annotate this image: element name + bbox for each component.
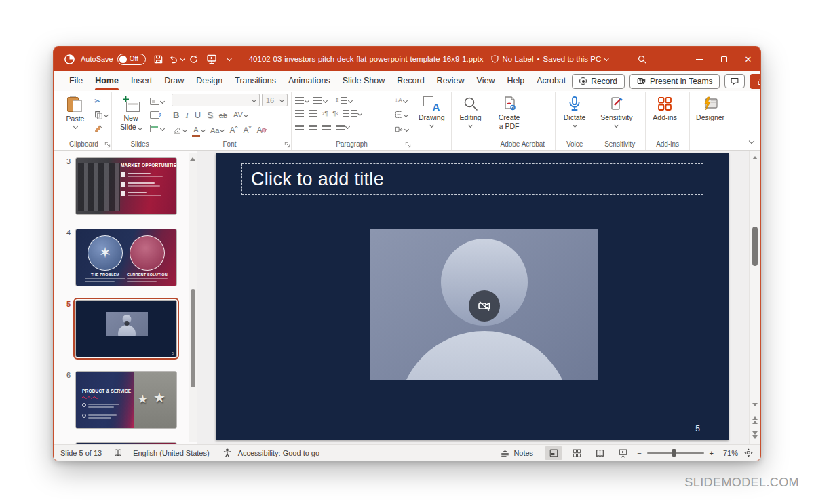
record-button[interactable]: Record (572, 74, 625, 89)
save-icon[interactable] (150, 49, 168, 69)
tab-record[interactable]: Record (391, 72, 430, 90)
slide-layout-button[interactable] (150, 96, 164, 106)
drawing-button[interactable]: A Drawing (416, 94, 448, 127)
align-right-button[interactable] (322, 121, 331, 132)
clipboard-dialog-launcher[interactable] (104, 142, 111, 148)
increase-font-size-button[interactable]: Aˆ (229, 125, 237, 136)
zoom-out-button[interactable]: − (637, 449, 641, 457)
slide-4-thumbnail[interactable]: ✶ THE PROBLEM CURRENT SOLUTION (75, 229, 177, 286)
tab-insert[interactable]: Insert (125, 72, 158, 90)
cut-button[interactable]: ✂ (94, 96, 108, 106)
tab-design[interactable]: Design (190, 72, 229, 90)
redo-icon[interactable] (185, 49, 203, 69)
italic-button[interactable]: I (185, 110, 188, 121)
decrease-font-size-button[interactable]: Aˇ (243, 125, 251, 136)
scrollbar-thumb[interactable] (191, 289, 195, 387)
share-button[interactable]: Share (750, 74, 761, 89)
create-pdf-button[interactable]: Createa PDF (494, 94, 525, 130)
present-in-teams-button[interactable]: Present in Teams (629, 74, 720, 89)
character-spacing-button[interactable]: AV (233, 110, 248, 121)
maximize-button[interactable] (712, 47, 736, 71)
quick-access-overflow-chevron[interactable] (220, 49, 238, 69)
document-filename[interactable]: 40102-03-investors-pitch-deck-flat-power… (249, 55, 484, 63)
numbering-button[interactable] (313, 95, 327, 106)
align-text-button[interactable] (395, 109, 408, 120)
font-name-combobox[interactable] (172, 94, 260, 106)
comments-button[interactable] (724, 74, 745, 88)
tab-draw[interactable]: Draw (158, 72, 190, 90)
reading-view-button[interactable] (591, 446, 608, 460)
cameo-image-placeholder[interactable] (370, 229, 598, 380)
justify-button[interactable] (336, 121, 349, 132)
tab-view[interactable]: View (471, 72, 501, 90)
paste-button[interactable]: Paste (60, 94, 91, 128)
strikethrough-button[interactable]: ab (219, 111, 227, 119)
scroll-down-arrow[interactable] (752, 403, 758, 406)
accessibility-icon[interactable] (222, 448, 232, 458)
reset-slide-button[interactable]: ↺ (150, 109, 164, 120)
dictate-button[interactable]: Dictate (559, 94, 590, 127)
spell-check-icon[interactable] (113, 448, 123, 457)
rtl-direction-button[interactable]: ¶‹ (332, 108, 338, 119)
tab-file[interactable]: File (63, 72, 89, 90)
smartart-button[interactable] (395, 123, 408, 134)
next-slide-button[interactable] (752, 431, 758, 439)
autosave-switch[interactable]: Off (117, 54, 146, 65)
addins-button[interactable]: Add-ins (649, 94, 680, 122)
powerpoint-logo-icon[interactable] (60, 49, 78, 69)
tab-home[interactable]: Home (89, 72, 125, 90)
slide-7-thumbnail[interactable]: REVENUE MODEL (75, 442, 177, 444)
decrease-indent-button[interactable] (295, 108, 304, 119)
tab-animations[interactable]: Animations (282, 72, 336, 90)
copy-button[interactable] (94, 109, 108, 120)
zoom-slider-thumb[interactable] (672, 449, 676, 457)
designer-button[interactable]: Designer (693, 94, 727, 122)
autosave-toggle[interactable]: AutoSave Off (81, 54, 146, 65)
zoom-level[interactable]: 71% (719, 449, 738, 457)
align-center-button[interactable] (309, 121, 317, 132)
font-dialog-launcher[interactable] (284, 142, 290, 148)
slide-sorter-view-button[interactable] (568, 446, 585, 460)
paragraph-dialog-launcher[interactable] (405, 142, 411, 148)
align-left-button[interactable] (295, 121, 304, 132)
scroll-up-arrow[interactable] (752, 156, 758, 159)
line-spacing-button[interactable]: ⇕ (334, 95, 352, 106)
tab-slide-show[interactable]: Slide Show (336, 72, 391, 90)
zoom-in-button[interactable]: + (710, 449, 714, 457)
slide-5-thumbnail-selected[interactable]: 5 (75, 300, 177, 357)
minimize-button[interactable] (687, 47, 712, 71)
text-shadow-button[interactable]: S (207, 110, 213, 120)
slideshow-view-button[interactable] (614, 446, 632, 460)
normal-view-button[interactable] (545, 446, 562, 460)
sensitivity-button[interactable]: Sensitivity (598, 94, 635, 127)
editing-button[interactable]: Editing (455, 94, 486, 127)
tab-review[interactable]: Review (431, 72, 471, 90)
file-status[interactable]: No Label • Saved to this PC (490, 54, 608, 64)
undo-icon[interactable] (168, 49, 185, 69)
font-color-button[interactable]: A (192, 125, 205, 136)
format-painter-button[interactable] (94, 123, 108, 134)
ltr-direction-button[interactable]: ›¶ (322, 108, 328, 119)
save-status-chevron[interactable] (604, 56, 609, 61)
bullets-button[interactable] (295, 95, 309, 106)
font-size-combobox[interactable]: 16 (262, 94, 288, 106)
start-slideshow-icon[interactable] (203, 49, 220, 69)
slide-counter[interactable]: Slide 5 of 13 (60, 449, 102, 457)
underline-button[interactable]: U (195, 110, 201, 120)
text-direction-button[interactable]: ↓A (395, 95, 408, 106)
close-button[interactable]: ✕ (736, 47, 760, 71)
increase-indent-button[interactable] (309, 108, 317, 119)
collapse-ribbon-chevron[interactable] (750, 134, 754, 146)
title-placeholder[interactable]: Click to add title (241, 163, 703, 195)
new-slide-button[interactable]: New Slide (115, 94, 147, 131)
zoom-slider[interactable] (647, 452, 704, 454)
text-highlight-button[interactable] (173, 125, 187, 136)
slide-3-thumbnail[interactable]: MARKET OPPORTUNITIES (75, 157, 177, 215)
columns-button[interactable] (343, 108, 362, 119)
tab-transitions[interactable]: Transitions (229, 72, 282, 90)
tab-acrobat[interactable]: Acrobat (530, 72, 572, 90)
change-case-button[interactable]: Aa (210, 125, 224, 136)
scrollbar-thumb[interactable] (752, 227, 758, 266)
accessibility-status[interactable]: Accessibility: Good to go (238, 449, 319, 457)
section-button[interactable] (150, 123, 164, 134)
